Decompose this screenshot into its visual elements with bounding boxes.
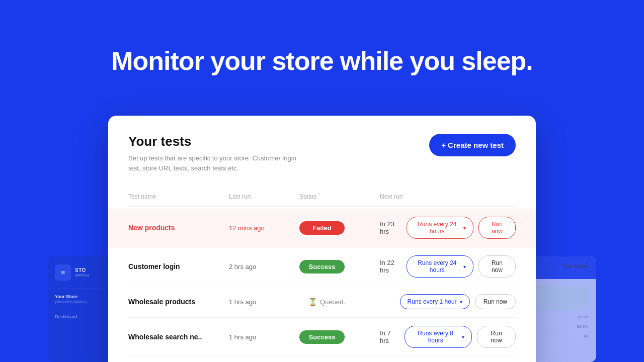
row-actions-1: In 22 hrsRuns every 24 hours ▾Run now <box>380 255 516 278</box>
run-now-button-3[interactable]: Run now <box>477 326 516 348</box>
card-header: Your tests Set up tests that are specifi… <box>128 134 516 173</box>
schedule-button-0[interactable]: Runs every 24 hours ▾ <box>407 217 473 239</box>
hero-section: Monitor your store while you sleep. <box>0 0 644 76</box>
col-last-run: Last run <box>229 193 299 200</box>
create-new-test-button[interactable]: + Create new test <box>429 134 516 156</box>
status-badge-1: Success <box>299 260 345 274</box>
last-run-1: 2 hrs ago <box>229 263 299 270</box>
test-name-2: Wholesale products <box>128 298 229 306</box>
next-run-3: In 7 hrs <box>380 329 399 344</box>
test-name-0: New products <box>128 224 229 232</box>
schedule-button-2[interactable]: Runs every 1 hour ▾ <box>400 294 470 309</box>
status-cell-1: Success <box>299 260 380 274</box>
run-now-button-1[interactable]: Run now <box>478 255 516 278</box>
last-run-3: 1 hrs ago <box>229 333 299 341</box>
status-badge-0: Failed <box>299 221 345 235</box>
schedule-button-3[interactable]: Runs every 8 hours ▾ <box>405 326 472 348</box>
status-cell-2: ⏳ Queued.. <box>299 295 380 309</box>
app-sub: WATCH <box>75 273 89 278</box>
table-body: New products12 mins agoFailedIn 23 hrsRu… <box>128 209 516 356</box>
last-run-0: 12 mins ago <box>229 224 299 232</box>
table-row-2: Wholesale products1 hrs ago⏳ Queued..Run… <box>128 286 516 318</box>
table-row-0: New products12 mins agoFailedIn 23 hrsRu… <box>108 209 536 247</box>
card-title: Your tests <box>128 134 309 149</box>
app-name: STO <box>75 267 89 273</box>
table-row-1: Customer login2 hrs agoSuccessIn 22 hrsR… <box>128 247 516 286</box>
hero-headline: Monitor your store while you sleep. <box>0 45 644 76</box>
tests-card: Your tests Set up tests that are specifi… <box>108 116 536 362</box>
card-title-section: Your tests Set up tests that are specifi… <box>128 134 309 173</box>
status-cell-3: Success <box>299 330 380 344</box>
status-badge-3: Success <box>299 330 345 344</box>
next-run-0: In 23 hrs <box>380 220 401 235</box>
card-description: Set up tests that are specific to your s… <box>128 153 309 173</box>
schedule-button-1[interactable]: Runs every 24 hours ▾ <box>407 255 473 278</box>
status-badge-2: ⏳ Queued.. <box>299 295 356 309</box>
table-header: Test name Last run Status Next run <box>128 189 516 207</box>
app-icon: ≡ <box>55 264 71 281</box>
row-actions-0: In 23 hrsRuns every 24 hours ▾Run now <box>380 217 516 239</box>
run-now-button-0[interactable]: Run now <box>478 217 516 239</box>
table-row-3: Wholesale search ne..1 hrs agoSuccessIn … <box>128 318 516 356</box>
status-cell-0: Failed <box>299 221 380 235</box>
row-actions-2: Runs every 1 hour ▾Run now <box>380 294 516 309</box>
col-next-run: Next run <box>380 193 516 200</box>
col-test-name: Test name <box>128 193 229 200</box>
col-status: Status <box>299 193 380 200</box>
test-name-3: Wholesale search ne.. <box>128 333 229 341</box>
test-name-1: Customer login <box>128 262 229 270</box>
last-run-2: 1 hrs ago <box>229 298 299 306</box>
run-now-button-2[interactable]: Run now <box>475 294 516 309</box>
row-actions-3: In 7 hrsRuns every 8 hours ▾Run now <box>380 326 516 348</box>
next-run-1: In 22 hrs <box>380 259 401 274</box>
